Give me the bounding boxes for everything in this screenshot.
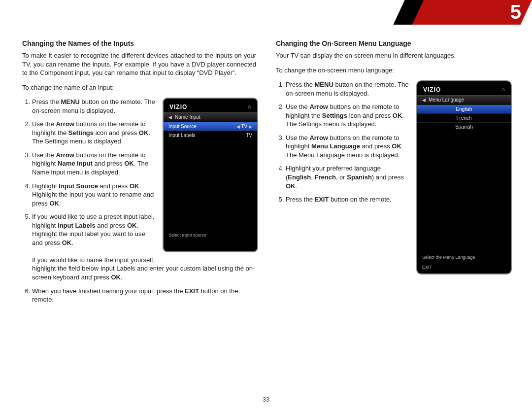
tv-row-input-labels: Input Labels TV [164, 131, 257, 139]
left-heading: Changing the Names of the Inputs [22, 39, 256, 47]
chapter-tab: 5 [404, 0, 532, 25]
back-arrow-icon: ◀ [422, 98, 426, 103]
tv-screen-title: Menu Language [429, 97, 464, 103]
manual-page: 5 Changing the Names of the Inputs To ma… [0, 0, 532, 411]
tv-logo: VIZIO [417, 81, 511, 95]
menu-language-screen: ⌂ VIZIO ◀ Menu Language English French S… [416, 80, 512, 274]
tv-hint: Select the Menu Language [422, 255, 475, 260]
left-step-6: When you have finished naming your input… [32, 287, 256, 304]
home-icon: ⌂ [501, 86, 505, 92]
left-lead: To change the name of an input: [22, 83, 256, 92]
chapter-number: 5 [423, 0, 521, 25]
name-input-screen: ⌂ VIZIO ◀ Name Input Input Source ◀ TV ▶… [163, 98, 258, 252]
tv-screen-title: Name Input [175, 114, 200, 120]
left-intro: To make it easier to recognize the diffe… [22, 51, 256, 77]
tv-row-french: French [417, 113, 511, 122]
tv-row-english: English [417, 104, 511, 113]
page-number: 33 [0, 396, 532, 403]
tv-row-spanish: Spanish [417, 122, 511, 131]
right-column: Changing the On-Screen Menu Language You… [276, 39, 510, 309]
right-heading: Changing the On-Screen Menu Language [276, 39, 510, 47]
left-column: Changing the Names of the Inputs To make… [22, 39, 256, 309]
back-arrow-icon: ◀ [168, 115, 172, 120]
home-icon: ⌂ [248, 103, 251, 109]
tv-hint: Select Input source [168, 233, 206, 238]
tv-row-input-source: Input Source ◀ TV ▶ [164, 122, 257, 131]
tv-logo: VIZIO [164, 99, 257, 112]
right-lead: To change the on-screen menu language: [276, 66, 510, 75]
left-tv-figure: ⌂ VIZIO ◀ Name Input Input Source ◀ TV ▶… [163, 98, 256, 252]
right-tv-figure: ⌂ VIZIO ◀ Menu Language English French S… [416, 80, 510, 274]
tv-exit: EXIT [422, 265, 432, 270]
right-intro: Your TV can display the on-screen menu i… [276, 51, 510, 60]
